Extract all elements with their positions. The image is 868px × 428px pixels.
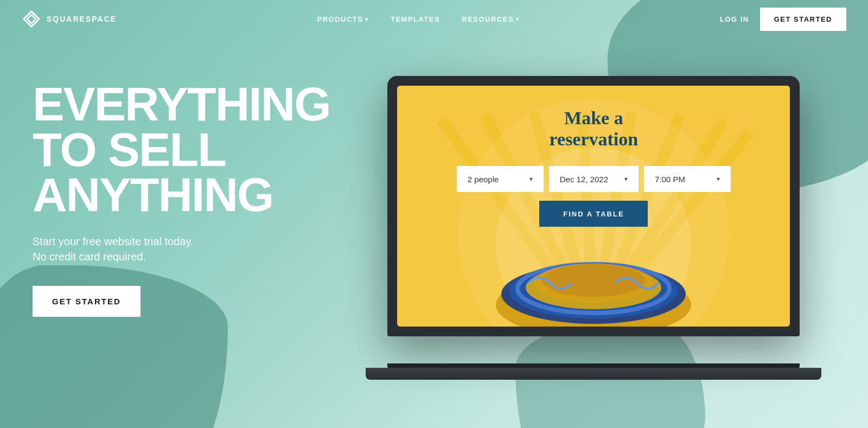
hero-left: EVERYTHING TO SELL ANYTHING Start your f… [33, 71, 330, 317]
navbar-center: PRODUCTS ▾ TEMPLATES RESOURCES ▾ [317, 15, 519, 23]
chevron-down-icon: ▾ [529, 175, 533, 183]
laptop-base [366, 368, 821, 380]
hero-section: EVERYTHING TO SELL ANYTHING Start your f… [0, 38, 868, 428]
navbar-right: LOG IN GET STARTED [720, 8, 846, 31]
login-button[interactable]: LOG IN [720, 15, 749, 23]
svg-point-14 [542, 264, 645, 297]
screen-content: Make a reservation 2 people ▾ Dec 12, 2 [397, 86, 790, 227]
laptop-hinge [387, 363, 800, 368]
form-row-button: FIND A TABLE [539, 201, 648, 227]
nav-products[interactable]: PRODUCTS ▾ [317, 15, 368, 23]
nav-resources[interactable]: RESOURCES ▾ [462, 15, 519, 23]
get-started-nav-button[interactable]: GET STARTED [760, 8, 846, 31]
squarespace-logo-icon [22, 9, 41, 29]
hero-headline: EVERYTHING TO SELL ANYTHING [33, 81, 330, 218]
chevron-down-icon: ▾ [624, 175, 628, 183]
time-select[interactable]: 7:00 PM ▾ [644, 166, 731, 192]
laptop-body: Make a reservation 2 people ▾ Dec 12, 2 [387, 76, 800, 336]
find-table-button[interactable]: FIND A TABLE [539, 201, 648, 227]
form-row-selects: 2 people ▾ Dec 12, 2022 ▾ 7:00 PM ▾ [457, 166, 731, 192]
plate-svg [490, 240, 697, 327]
hero-subtitle: Start your free website trial today. No … [33, 234, 330, 264]
laptop-mockup: Make a reservation 2 people ▾ Dec 12, 2 [387, 76, 800, 380]
chevron-down-icon: ▾ [365, 16, 369, 22]
people-select[interactable]: 2 people ▾ [457, 166, 544, 192]
reservation-title: Make a reservation [550, 107, 639, 150]
reservation-form: 2 people ▾ Dec 12, 2022 ▾ 7:00 PM ▾ [397, 166, 790, 227]
navbar: SQUARESPACE PRODUCTS ▾ TEMPLATES RESOURC… [0, 0, 868, 38]
date-select[interactable]: Dec 12, 2022 ▾ [549, 166, 639, 192]
plate-decoration [490, 240, 697, 327]
logo-text: SQUARESPACE [47, 15, 117, 23]
navbar-left: SQUARESPACE [22, 9, 117, 29]
hero-right: Make a reservation 2 people ▾ Dec 12, 2 [352, 71, 835, 380]
hero-cta-button[interactable]: GET STARTED [33, 286, 141, 317]
laptop-screen: Make a reservation 2 people ▾ Dec 12, 2 [397, 86, 790, 327]
chevron-down-icon: ▾ [717, 175, 720, 183]
nav-templates[interactable]: TEMPLATES [391, 15, 440, 23]
chevron-down-icon: ▾ [516, 16, 520, 22]
